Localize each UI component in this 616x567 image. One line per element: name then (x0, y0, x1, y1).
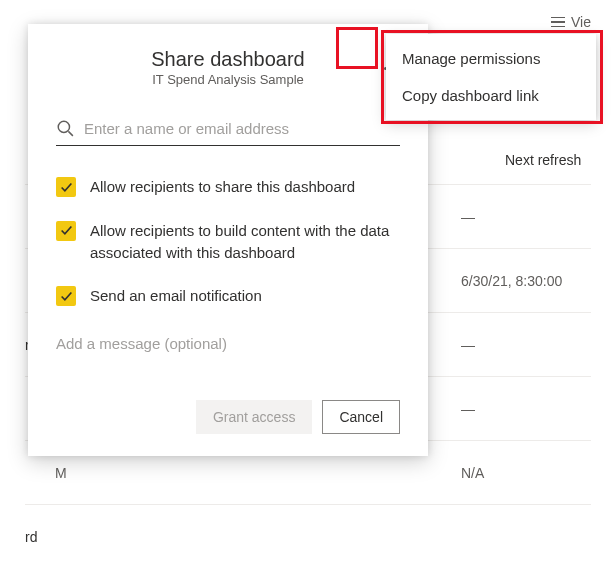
allow-build-checkbox[interactable] (56, 221, 76, 241)
grant-access-button[interactable]: Grant access (196, 400, 312, 434)
manage-permissions-item[interactable]: Manage permissions (386, 40, 596, 77)
svg-line-1 (68, 131, 73, 136)
more-options-menu: Manage permissions Copy dashboard link (386, 34, 596, 120)
recipient-input[interactable] (84, 120, 400, 137)
panel-title: Share dashboard (56, 48, 400, 71)
send-email-label[interactable]: Send an email notification (90, 285, 262, 307)
send-email-checkbox[interactable] (56, 286, 76, 306)
allow-share-checkbox[interactable] (56, 177, 76, 197)
checkmark-icon (60, 290, 73, 303)
svg-point-0 (58, 121, 69, 132)
checkmark-icon (60, 181, 73, 194)
search-icon (56, 119, 74, 137)
view-link-fragment[interactable]: Vie (571, 14, 591, 30)
panel-subtitle: IT Spend Analysis Sample (56, 72, 400, 87)
table-row[interactable]: rd (25, 504, 591, 567)
cancel-button[interactable]: Cancel (322, 400, 400, 434)
allow-build-label[interactable]: Allow recipients to build content with t… (90, 220, 400, 264)
checkmark-icon (60, 224, 73, 237)
copy-dashboard-link-item[interactable]: Copy dashboard link (386, 77, 596, 114)
allow-share-label[interactable]: Allow recipients to share this dashboard (90, 176, 355, 198)
message-input[interactable] (56, 335, 400, 352)
hamburger-icon (551, 17, 565, 28)
share-dashboard-panel: Share dashboard IT Spend Analysis Sample… (28, 24, 428, 456)
